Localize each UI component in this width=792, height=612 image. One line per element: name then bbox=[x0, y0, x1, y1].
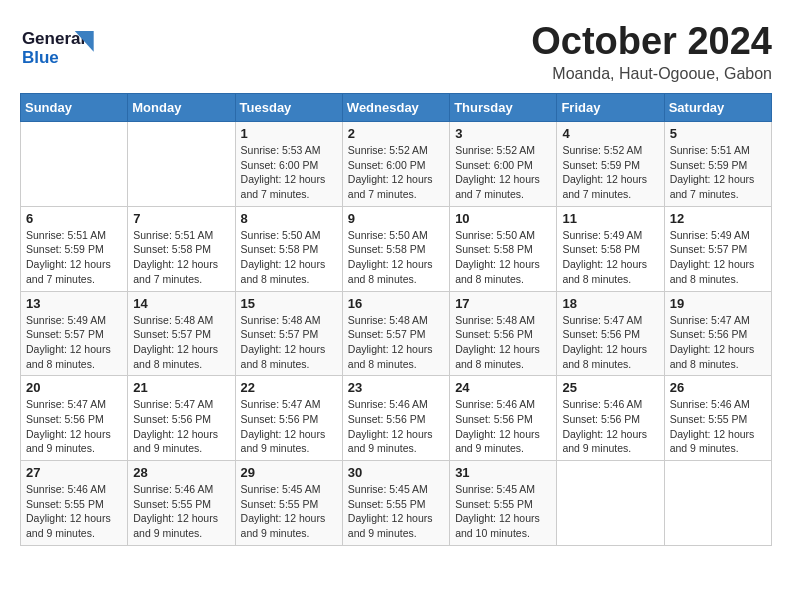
day-info: Sunrise: 5:47 AM Sunset: 5:56 PM Dayligh… bbox=[133, 397, 229, 456]
logo-svg: General Blue bbox=[20, 20, 105, 75]
weekday-header-wednesday: Wednesday bbox=[342, 94, 449, 122]
calendar-cell: 7Sunrise: 5:51 AM Sunset: 5:58 PM Daylig… bbox=[128, 206, 235, 291]
day-number: 27 bbox=[26, 465, 122, 480]
day-number: 26 bbox=[670, 380, 766, 395]
calendar-cell: 4Sunrise: 5:52 AM Sunset: 5:59 PM Daylig… bbox=[557, 122, 664, 207]
day-info: Sunrise: 5:47 AM Sunset: 5:56 PM Dayligh… bbox=[670, 313, 766, 372]
weekday-header-sunday: Sunday bbox=[21, 94, 128, 122]
calendar-cell: 30Sunrise: 5:45 AM Sunset: 5:55 PM Dayli… bbox=[342, 461, 449, 546]
day-info: Sunrise: 5:45 AM Sunset: 5:55 PM Dayligh… bbox=[241, 482, 337, 541]
day-number: 25 bbox=[562, 380, 658, 395]
calendar-cell: 22Sunrise: 5:47 AM Sunset: 5:56 PM Dayli… bbox=[235, 376, 342, 461]
logo: General Blue bbox=[20, 20, 110, 79]
day-number: 4 bbox=[562, 126, 658, 141]
calendar-cell: 20Sunrise: 5:47 AM Sunset: 5:56 PM Dayli… bbox=[21, 376, 128, 461]
calendar-cell: 21Sunrise: 5:47 AM Sunset: 5:56 PM Dayli… bbox=[128, 376, 235, 461]
day-number: 20 bbox=[26, 380, 122, 395]
day-info: Sunrise: 5:47 AM Sunset: 5:56 PM Dayligh… bbox=[241, 397, 337, 456]
day-info: Sunrise: 5:47 AM Sunset: 5:56 PM Dayligh… bbox=[562, 313, 658, 372]
title-block: October 2024 Moanda, Haut-Ogooue, Gabon bbox=[531, 20, 772, 83]
weekday-header-row: SundayMondayTuesdayWednesdayThursdayFrid… bbox=[21, 94, 772, 122]
calendar-cell bbox=[664, 461, 771, 546]
calendar-cell: 23Sunrise: 5:46 AM Sunset: 5:56 PM Dayli… bbox=[342, 376, 449, 461]
calendar-cell: 31Sunrise: 5:45 AM Sunset: 5:55 PM Dayli… bbox=[450, 461, 557, 546]
calendar-cell bbox=[21, 122, 128, 207]
day-info: Sunrise: 5:47 AM Sunset: 5:56 PM Dayligh… bbox=[26, 397, 122, 456]
calendar-cell: 13Sunrise: 5:49 AM Sunset: 5:57 PM Dayli… bbox=[21, 291, 128, 376]
day-number: 19 bbox=[670, 296, 766, 311]
day-number: 11 bbox=[562, 211, 658, 226]
day-info: Sunrise: 5:46 AM Sunset: 5:55 PM Dayligh… bbox=[133, 482, 229, 541]
weekday-header-tuesday: Tuesday bbox=[235, 94, 342, 122]
calendar-cell: 29Sunrise: 5:45 AM Sunset: 5:55 PM Dayli… bbox=[235, 461, 342, 546]
day-number: 13 bbox=[26, 296, 122, 311]
week-row-5: 27Sunrise: 5:46 AM Sunset: 5:55 PM Dayli… bbox=[21, 461, 772, 546]
calendar-cell: 26Sunrise: 5:46 AM Sunset: 5:55 PM Dayli… bbox=[664, 376, 771, 461]
calendar-cell: 16Sunrise: 5:48 AM Sunset: 5:57 PM Dayli… bbox=[342, 291, 449, 376]
calendar-cell: 25Sunrise: 5:46 AM Sunset: 5:56 PM Dayli… bbox=[557, 376, 664, 461]
day-info: Sunrise: 5:49 AM Sunset: 5:58 PM Dayligh… bbox=[562, 228, 658, 287]
day-number: 21 bbox=[133, 380, 229, 395]
day-info: Sunrise: 5:51 AM Sunset: 5:59 PM Dayligh… bbox=[670, 143, 766, 202]
calendar-cell bbox=[128, 122, 235, 207]
day-number: 17 bbox=[455, 296, 551, 311]
calendar-cell: 15Sunrise: 5:48 AM Sunset: 5:57 PM Dayli… bbox=[235, 291, 342, 376]
day-number: 10 bbox=[455, 211, 551, 226]
day-info: Sunrise: 5:48 AM Sunset: 5:56 PM Dayligh… bbox=[455, 313, 551, 372]
day-number: 24 bbox=[455, 380, 551, 395]
day-number: 7 bbox=[133, 211, 229, 226]
weekday-header-monday: Monday bbox=[128, 94, 235, 122]
day-number: 30 bbox=[348, 465, 444, 480]
day-info: Sunrise: 5:48 AM Sunset: 5:57 PM Dayligh… bbox=[133, 313, 229, 372]
day-number: 5 bbox=[670, 126, 766, 141]
day-info: Sunrise: 5:46 AM Sunset: 5:56 PM Dayligh… bbox=[348, 397, 444, 456]
weekday-header-friday: Friday bbox=[557, 94, 664, 122]
day-number: 23 bbox=[348, 380, 444, 395]
day-number: 15 bbox=[241, 296, 337, 311]
svg-text:Blue: Blue bbox=[22, 48, 59, 67]
week-row-4: 20Sunrise: 5:47 AM Sunset: 5:56 PM Dayli… bbox=[21, 376, 772, 461]
day-info: Sunrise: 5:53 AM Sunset: 6:00 PM Dayligh… bbox=[241, 143, 337, 202]
day-info: Sunrise: 5:48 AM Sunset: 5:57 PM Dayligh… bbox=[348, 313, 444, 372]
calendar-title: October 2024 bbox=[531, 20, 772, 63]
calendar-cell: 3Sunrise: 5:52 AM Sunset: 6:00 PM Daylig… bbox=[450, 122, 557, 207]
day-info: Sunrise: 5:45 AM Sunset: 5:55 PM Dayligh… bbox=[455, 482, 551, 541]
calendar-cell: 28Sunrise: 5:46 AM Sunset: 5:55 PM Dayli… bbox=[128, 461, 235, 546]
day-number: 1 bbox=[241, 126, 337, 141]
day-number: 2 bbox=[348, 126, 444, 141]
day-number: 9 bbox=[348, 211, 444, 226]
calendar-cell: 6Sunrise: 5:51 AM Sunset: 5:59 PM Daylig… bbox=[21, 206, 128, 291]
calendar-table: SundayMondayTuesdayWednesdayThursdayFrid… bbox=[20, 93, 772, 546]
day-info: Sunrise: 5:48 AM Sunset: 5:57 PM Dayligh… bbox=[241, 313, 337, 372]
day-number: 8 bbox=[241, 211, 337, 226]
week-row-2: 6Sunrise: 5:51 AM Sunset: 5:59 PM Daylig… bbox=[21, 206, 772, 291]
day-number: 12 bbox=[670, 211, 766, 226]
page-header: General Blue October 2024 Moanda, Haut-O… bbox=[20, 20, 772, 83]
calendar-cell: 11Sunrise: 5:49 AM Sunset: 5:58 PM Dayli… bbox=[557, 206, 664, 291]
calendar-cell: 12Sunrise: 5:49 AM Sunset: 5:57 PM Dayli… bbox=[664, 206, 771, 291]
day-info: Sunrise: 5:46 AM Sunset: 5:55 PM Dayligh… bbox=[670, 397, 766, 456]
day-info: Sunrise: 5:52 AM Sunset: 5:59 PM Dayligh… bbox=[562, 143, 658, 202]
calendar-cell: 10Sunrise: 5:50 AM Sunset: 5:58 PM Dayli… bbox=[450, 206, 557, 291]
day-info: Sunrise: 5:46 AM Sunset: 5:55 PM Dayligh… bbox=[26, 482, 122, 541]
calendar-cell: 5Sunrise: 5:51 AM Sunset: 5:59 PM Daylig… bbox=[664, 122, 771, 207]
calendar-cell: 24Sunrise: 5:46 AM Sunset: 5:56 PM Dayli… bbox=[450, 376, 557, 461]
day-number: 18 bbox=[562, 296, 658, 311]
day-info: Sunrise: 5:51 AM Sunset: 5:59 PM Dayligh… bbox=[26, 228, 122, 287]
weekday-header-thursday: Thursday bbox=[450, 94, 557, 122]
day-info: Sunrise: 5:46 AM Sunset: 5:56 PM Dayligh… bbox=[562, 397, 658, 456]
calendar-cell: 1Sunrise: 5:53 AM Sunset: 6:00 PM Daylig… bbox=[235, 122, 342, 207]
day-info: Sunrise: 5:50 AM Sunset: 5:58 PM Dayligh… bbox=[455, 228, 551, 287]
day-info: Sunrise: 5:49 AM Sunset: 5:57 PM Dayligh… bbox=[26, 313, 122, 372]
calendar-cell: 19Sunrise: 5:47 AM Sunset: 5:56 PM Dayli… bbox=[664, 291, 771, 376]
calendar-cell: 2Sunrise: 5:52 AM Sunset: 6:00 PM Daylig… bbox=[342, 122, 449, 207]
day-number: 28 bbox=[133, 465, 229, 480]
day-info: Sunrise: 5:52 AM Sunset: 6:00 PM Dayligh… bbox=[348, 143, 444, 202]
day-info: Sunrise: 5:46 AM Sunset: 5:56 PM Dayligh… bbox=[455, 397, 551, 456]
week-row-3: 13Sunrise: 5:49 AM Sunset: 5:57 PM Dayli… bbox=[21, 291, 772, 376]
calendar-cell: 17Sunrise: 5:48 AM Sunset: 5:56 PM Dayli… bbox=[450, 291, 557, 376]
day-info: Sunrise: 5:49 AM Sunset: 5:57 PM Dayligh… bbox=[670, 228, 766, 287]
week-row-1: 1Sunrise: 5:53 AM Sunset: 6:00 PM Daylig… bbox=[21, 122, 772, 207]
day-info: Sunrise: 5:52 AM Sunset: 6:00 PM Dayligh… bbox=[455, 143, 551, 202]
calendar-cell: 27Sunrise: 5:46 AM Sunset: 5:55 PM Dayli… bbox=[21, 461, 128, 546]
